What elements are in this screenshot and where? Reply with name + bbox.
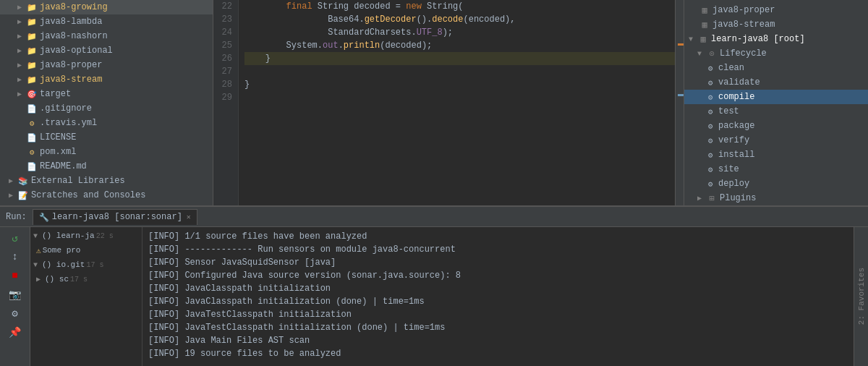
editor-scrollbar[interactable] [675,0,684,205]
arrow-down-icon: ▼ [697,50,706,58]
maven-item-java8-proper[interactable]: ▦ java8-proper [684,3,868,17]
maven-item-label: install [718,150,754,160]
code-line-29 [244,91,675,104]
maven-item-java8-stream[interactable]: ▦ java8-stream [684,17,868,32]
run-tree-item-sc[interactable]: ▶ () sc 17 s [30,272,142,286]
maven-item-label: validate [718,77,760,88]
maven-item-label: clean [718,63,744,73]
sidebar-item-label: java8-nashorn [40,31,108,41]
arrow-right-icon: ▶ [36,275,45,284]
project-sidebar: ▶ 📁 java8-growing ▶ 📁 java8-lambda ▶ 📁 j… [0,0,213,205]
rerun-button[interactable]: ↺ [7,230,23,246]
sidebar-item-label: java8-optional [40,46,113,56]
folder-icon: 📁 [26,32,38,41]
run-toolbar: ↺ ↕ ■ 📷 ⚙ 📌 [0,227,30,366]
run-tree-time: 17 s [70,276,88,284]
arrow-icon: ▶ [17,32,26,41]
target-icon: 🎯 [26,90,38,99]
sidebar-item-travis[interactable]: ⚙ .travis.yml [0,116,213,130]
scrollbar-marker [678,43,684,46]
run-tree: ▼ () learn-ja 22 s ⚠ Some pro ▼ () io.gi… [30,227,142,366]
sidebar-item-java8-proper[interactable]: ▶ 📁 java8-proper [0,58,213,72]
sidebar-item-gitignore[interactable]: 📄 .gitignore [0,101,213,116]
sidebar-item-target[interactable]: ▶ 🎯 target [0,87,213,101]
stop-button[interactable]: ■ [7,268,23,284]
bottom-content: ↺ ↕ ■ 📷 ⚙ 📌 ▼ () learn-ja 22 s ⚠ Some pr… [0,227,868,366]
sidebar-item-java8-lambda[interactable]: ▶ 📁 java8-lambda [0,14,213,29]
sidebar-item-java8-optional[interactable]: ▶ 📁 java8-optional [0,43,213,58]
console-line-7: [INFO] JavaTestClasspath initialization [148,308,848,321]
sidebar-item-label: pom.xml [40,147,76,157]
code-line-25: System.out.println(decoded); [244,39,675,52]
run-tree-label: () learn-ja [42,231,95,240]
maven-lifecycle-test[interactable]: ⚙ test [684,104,868,119]
sidebar-item-external-libraries[interactable]: ▶ 📚 External Libraries [0,174,213,188]
arrow-icon: ▶ [17,3,26,12]
maven-lifecycle-site[interactable]: ⚙ site [684,162,868,176]
maven-item-label: learn-java8 [root] [711,34,805,44]
maven-item-label: Plugins [720,193,756,203]
maven-lifecycle-compile[interactable]: ⚙ compile [684,90,868,104]
run-tree-item-warning[interactable]: ⚠ Some pro [30,243,142,258]
module-icon: ▦ [699,20,710,30]
run-tree-item-iogit[interactable]: ▼ () io.git 17 s [30,258,142,272]
arrow-icon: ▶ [17,75,26,84]
run-tree-item-learn[interactable]: ▼ () learn-ja 22 s [30,229,142,243]
sidebar-item-label: .gitignore [40,103,92,114]
arrow-icon: ▶ [17,46,26,55]
maven-item-label: package [718,121,754,131]
arrow-icon: ▶ [17,17,26,26]
maven-item-lifecycle[interactable]: ▼ ⊙ Lifecycle [684,46,868,61]
console-line-3: [INFO] Sensor JavaSquidSensor [java] [148,256,848,269]
sidebar-item-label: java8-stream [40,75,102,85]
code-container: 22 23 24 25 26 27 28 29 final String dec… [213,0,684,205]
md-icon: 📄 [26,162,38,171]
sidebar-item-license[interactable]: 📄 LICENSE [0,130,213,145]
sidebar-item-readme[interactable]: 📄 README.md [0,159,213,174]
sidebar-item-label: java8-growing [40,2,108,12]
scroll-toggle-button[interactable]: ↕ [7,249,23,265]
maven-panel: ▦ java8-proper ▦ java8-stream ▼ ▦ learn-… [684,0,868,205]
code-editor[interactable]: final String decoded = new String( Base6… [239,0,675,205]
lifecycle-icon: ⊙ [706,48,718,59]
module-icon: ▦ [699,5,710,16]
run-tree-time: 22 s [96,232,114,240]
arrow-down-icon: ▼ [689,35,697,43]
line-numbers: 22 23 24 25 26 27 28 29 [213,0,239,205]
code-line-24: StandardCharsets.UTF_8); [244,26,675,39]
settings-button[interactable]: ⚙ [7,305,23,321]
maven-lifecycle-package[interactable]: ⚙ package [684,119,868,133]
gear-icon: ⚙ [705,136,716,145]
maven-item-label: site [718,164,739,174]
folder-icon: 📁 [26,46,38,56]
code-line-22: final String decoded = new String( [244,0,675,13]
maven-item-label: verify [718,135,749,145]
maven-item-root[interactable]: ▼ ▦ learn-java8 [root] [684,32,868,46]
favorites-tab[interactable]: 2: Favorites [854,227,868,366]
maven-lifecycle-deploy[interactable]: ⚙ deploy [684,176,868,191]
sidebar-item-java8-stream[interactable]: ▶ 📁 java8-stream [0,72,213,87]
run-tab[interactable]: 🔧 learn-java8 [sonar:sonar] ✕ [33,209,197,225]
gear-icon: ⚙ [705,122,716,131]
editor-area: 22 23 24 25 26 27 28 29 final String dec… [213,0,684,205]
sidebar-item-java8-growing[interactable]: ▶ 📁 java8-growing [0,0,213,14]
sidebar-item-java8-nashorn[interactable]: ▶ 📁 java8-nashorn [0,29,213,43]
line-num: 25 [213,39,232,52]
maven-lifecycle-verify[interactable]: ⚙ verify [684,133,868,148]
maven-item-label: Lifecycle [720,48,767,59]
maven-lifecycle-clean[interactable]: ⚙ clean [684,61,868,75]
pin-button[interactable]: 📌 [7,324,23,340]
console-line-9: [INFO] Java Main Files AST scan [148,334,848,347]
close-tab-button[interactable]: ✕ [187,213,191,221]
maven-item-plugins[interactable]: ▶ ⊞ Plugins [684,191,868,205]
maven-lifecycle-install[interactable]: ⚙ install [684,148,868,162]
gear-icon: ⚙ [705,107,716,116]
console-line-10: [INFO] 19 source files to be analyzed [148,347,848,360]
sidebar-item-scratches[interactable]: ▶ 📝 Scratches and Consoles [0,188,213,203]
maven-lifecycle-validate[interactable]: ⚙ validate [684,75,868,90]
maven-item-label: test [718,106,739,116]
snapshot-button[interactable]: 📷 [7,286,23,302]
arrow-icon: ▶ [17,61,26,69]
console-line-2: [INFO] ------------- Run sensors on modu… [148,243,848,256]
sidebar-item-pom[interactable]: ⚙ pom.xml [0,145,213,159]
